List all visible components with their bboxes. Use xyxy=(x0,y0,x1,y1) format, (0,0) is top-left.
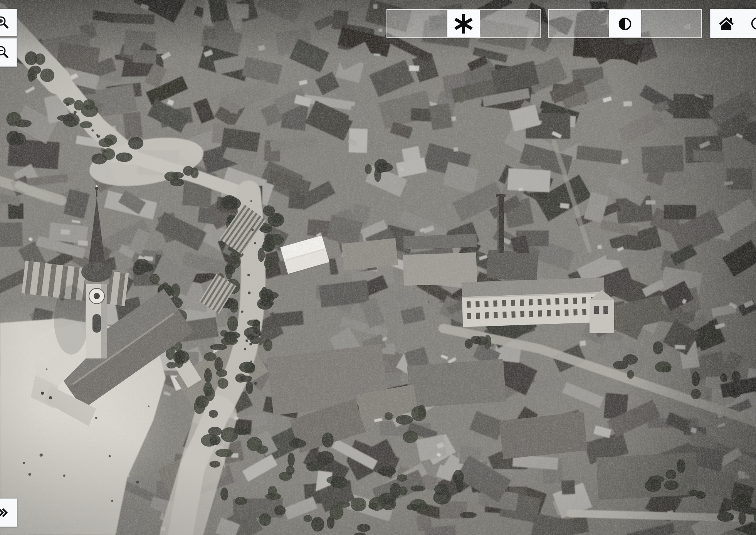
magnifier-minus-icon xyxy=(0,45,10,60)
contrast-slider-track[interactable] xyxy=(548,9,702,38)
zoom-out-button[interactable] xyxy=(0,38,17,67)
zoom-in-button[interactable] xyxy=(0,9,17,36)
aerial-photo-canvas[interactable] xyxy=(0,0,756,535)
home-icon xyxy=(718,15,734,32)
contrast-icon xyxy=(617,16,633,32)
clock-icon xyxy=(750,16,756,31)
brightness-slider-handle[interactable] xyxy=(447,10,480,37)
viewer-stage xyxy=(0,0,756,535)
home-button[interactable] xyxy=(711,9,742,38)
contrast-slider-handle[interactable] xyxy=(609,10,641,37)
double-chevron-right-icon xyxy=(0,506,10,520)
view-button-group xyxy=(710,9,756,38)
sidebar-toggle-button[interactable] xyxy=(0,498,17,527)
brightness-asterisk-icon xyxy=(452,13,475,35)
magnifier-plus-icon xyxy=(0,15,10,30)
clock-button[interactable] xyxy=(742,9,756,38)
brightness-slider-track[interactable] xyxy=(386,9,541,38)
